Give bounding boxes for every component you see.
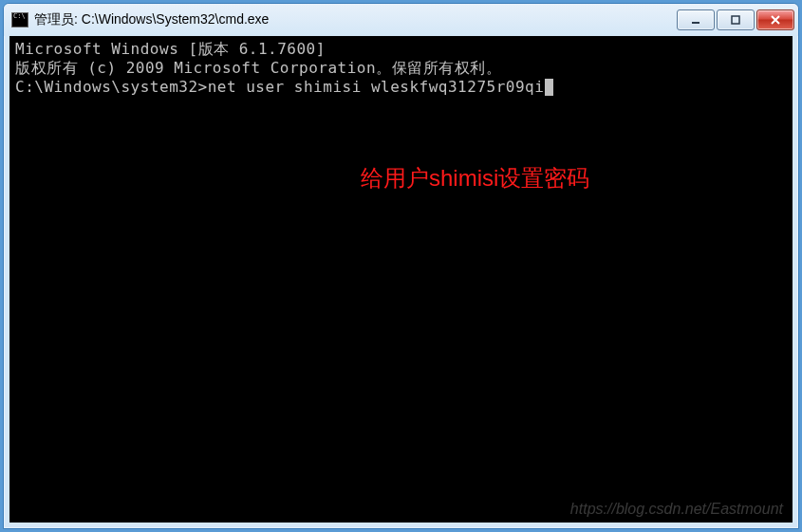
svg-rect-0	[692, 22, 699, 24]
maximize-icon	[730, 14, 741, 26]
minimize-button[interactable]	[677, 9, 715, 30]
terminal-line: Microsoft Windows [版本 6.1.7600]	[15, 40, 787, 59]
terminal-line: 版权所有 (c) 2009 Microsoft Corporation。保留所有…	[15, 59, 787, 78]
close-button[interactable]	[756, 9, 794, 30]
command-text: net user shimisi wleskfwq31275r09qi	[208, 78, 545, 96]
prompt: C:\Windows\system32>	[15, 78, 208, 96]
minimize-icon	[690, 14, 701, 26]
window-controls	[677, 9, 794, 30]
svg-rect-1	[732, 16, 739, 24]
watermark-text: https://blog.csdn.net/Eastmount	[570, 500, 783, 519]
terminal-area[interactable]: Microsoft Windows [版本 6.1.7600] 版权所有 (c)…	[9, 36, 793, 523]
terminal-prompt-line: C:\Windows\system32>net user shimisi wle…	[15, 78, 787, 97]
window-title: 管理员: C:\Windows\System32\cmd.exe	[34, 11, 677, 28]
titlebar[interactable]: 管理员: C:\Windows\System32\cmd.exe	[4, 4, 798, 36]
maximize-button[interactable]	[717, 9, 755, 30]
cmd-window: 管理员: C:\Windows\System32\cmd.exe Microso…	[3, 3, 799, 529]
cmd-icon	[11, 12, 28, 28]
cursor	[545, 79, 553, 96]
annotation-text: 给用户shimisi设置密码	[361, 169, 589, 188]
close-icon	[770, 14, 781, 26]
